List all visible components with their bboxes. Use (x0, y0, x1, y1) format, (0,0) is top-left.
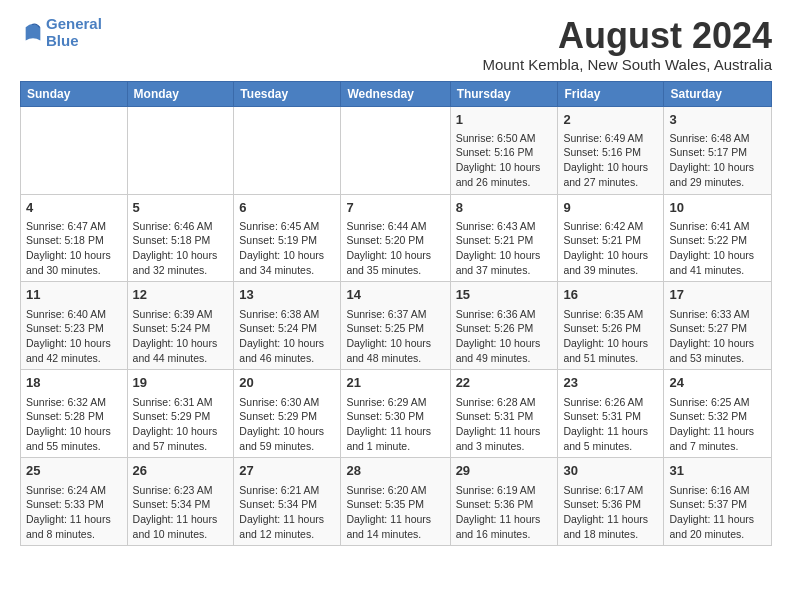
cell-text: and 16 minutes. (456, 527, 553, 542)
cell-text: Sunrise: 6:29 AM (346, 395, 444, 410)
day-number: 15 (456, 286, 553, 304)
calendar-cell: 13Sunrise: 6:38 AMSunset: 5:24 PMDayligh… (234, 282, 341, 370)
calendar-cell: 31Sunrise: 6:16 AMSunset: 5:37 PMDayligh… (664, 458, 772, 546)
cell-text: Sunrise: 6:24 AM (26, 483, 122, 498)
cell-text: and 10 minutes. (133, 527, 229, 542)
calendar-cell: 11Sunrise: 6:40 AMSunset: 5:23 PMDayligh… (21, 282, 128, 370)
calendar-cell: 8Sunrise: 6:43 AMSunset: 5:21 PMDaylight… (450, 194, 558, 282)
week-row-4: 18Sunrise: 6:32 AMSunset: 5:28 PMDayligh… (21, 370, 772, 458)
cell-text: Sunrise: 6:16 AM (669, 483, 766, 498)
cell-text: Sunrise: 6:25 AM (669, 395, 766, 410)
cell-text: Sunset: 5:33 PM (26, 497, 122, 512)
cell-text: Sunset: 5:31 PM (456, 409, 553, 424)
week-row-5: 25Sunrise: 6:24 AMSunset: 5:33 PMDayligh… (21, 458, 772, 546)
cell-text: Sunset: 5:22 PM (669, 233, 766, 248)
cell-text: and 51 minutes. (563, 351, 658, 366)
cell-text: and 18 minutes. (563, 527, 658, 542)
day-number: 17 (669, 286, 766, 304)
cell-text: Sunset: 5:18 PM (133, 233, 229, 248)
day-number: 10 (669, 199, 766, 217)
calendar-cell: 15Sunrise: 6:36 AMSunset: 5:26 PMDayligh… (450, 282, 558, 370)
title-block: August 2024 Mount Kembla, New South Wale… (482, 16, 772, 73)
week-row-1: 1Sunrise: 6:50 AMSunset: 5:16 PMDaylight… (21, 106, 772, 194)
cell-text: Daylight: 10 hours (669, 248, 766, 263)
cell-text: Daylight: 11 hours (26, 512, 122, 527)
calendar-cell: 4Sunrise: 6:47 AMSunset: 5:18 PMDaylight… (21, 194, 128, 282)
calendar-body: 1Sunrise: 6:50 AMSunset: 5:16 PMDaylight… (21, 106, 772, 546)
day-number: 31 (669, 462, 766, 480)
cell-text: Sunrise: 6:42 AM (563, 219, 658, 234)
calendar-header: SundayMondayTuesdayWednesdayThursdayFrid… (21, 81, 772, 106)
cell-text: Sunrise: 6:19 AM (456, 483, 553, 498)
calendar-cell: 6Sunrise: 6:45 AMSunset: 5:19 PMDaylight… (234, 194, 341, 282)
cell-text: Sunrise: 6:49 AM (563, 131, 658, 146)
day-number: 14 (346, 286, 444, 304)
day-number: 27 (239, 462, 335, 480)
calendar-cell (234, 106, 341, 194)
cell-text: and 35 minutes. (346, 263, 444, 278)
day-number: 23 (563, 374, 658, 392)
calendar-cell: 18Sunrise: 6:32 AMSunset: 5:28 PMDayligh… (21, 370, 128, 458)
calendar-cell: 26Sunrise: 6:23 AMSunset: 5:34 PMDayligh… (127, 458, 234, 546)
day-number: 2 (563, 111, 658, 129)
cell-text: Sunrise: 6:46 AM (133, 219, 229, 234)
cell-text: and 48 minutes. (346, 351, 444, 366)
cell-text: and 27 minutes. (563, 175, 658, 190)
cell-text: Daylight: 11 hours (563, 512, 658, 527)
cell-text: and 14 minutes. (346, 527, 444, 542)
cell-text: and 41 minutes. (669, 263, 766, 278)
cell-text: Daylight: 10 hours (669, 336, 766, 351)
cell-text: Daylight: 11 hours (669, 512, 766, 527)
cell-text: and 30 minutes. (26, 263, 122, 278)
calendar-cell: 30Sunrise: 6:17 AMSunset: 5:36 PMDayligh… (558, 458, 664, 546)
cell-text: Sunrise: 6:31 AM (133, 395, 229, 410)
cell-text: Sunset: 5:29 PM (239, 409, 335, 424)
cell-text: Sunrise: 6:23 AM (133, 483, 229, 498)
calendar-cell: 21Sunrise: 6:29 AMSunset: 5:30 PMDayligh… (341, 370, 450, 458)
cell-text: Sunrise: 6:36 AM (456, 307, 553, 322)
day-number: 26 (133, 462, 229, 480)
cell-text: Sunset: 5:35 PM (346, 497, 444, 512)
day-number: 11 (26, 286, 122, 304)
calendar-cell: 20Sunrise: 6:30 AMSunset: 5:29 PMDayligh… (234, 370, 341, 458)
cell-text: Sunset: 5:20 PM (346, 233, 444, 248)
day-number: 4 (26, 199, 122, 217)
cell-text: Sunrise: 6:17 AM (563, 483, 658, 498)
day-number: 3 (669, 111, 766, 129)
cell-text: and 12 minutes. (239, 527, 335, 542)
cell-text: Daylight: 10 hours (456, 160, 553, 175)
cell-text: Daylight: 11 hours (563, 424, 658, 439)
cell-text: and 53 minutes. (669, 351, 766, 366)
cell-text: Sunset: 5:26 PM (456, 321, 553, 336)
cell-text: and 29 minutes. (669, 175, 766, 190)
header-row: SundayMondayTuesdayWednesdayThursdayFrid… (21, 81, 772, 106)
calendar-cell (127, 106, 234, 194)
header-cell-tuesday: Tuesday (234, 81, 341, 106)
cell-text: Sunset: 5:21 PM (456, 233, 553, 248)
page-header: General Blue August 2024 Mount Kembla, N… (20, 16, 772, 73)
cell-text: Sunset: 5:34 PM (133, 497, 229, 512)
cell-text: Sunrise: 6:32 AM (26, 395, 122, 410)
cell-text: and 26 minutes. (456, 175, 553, 190)
cell-text: Sunrise: 6:44 AM (346, 219, 444, 234)
calendar-cell: 3Sunrise: 6:48 AMSunset: 5:17 PMDaylight… (664, 106, 772, 194)
cell-text: Daylight: 10 hours (133, 424, 229, 439)
cell-text: Sunrise: 6:41 AM (669, 219, 766, 234)
cell-text: Sunset: 5:34 PM (239, 497, 335, 512)
calendar-table: SundayMondayTuesdayWednesdayThursdayFrid… (20, 81, 772, 547)
day-number: 16 (563, 286, 658, 304)
cell-text: and 7 minutes. (669, 439, 766, 454)
page-title: August 2024 (482, 16, 772, 56)
cell-text: Sunset: 5:37 PM (669, 497, 766, 512)
cell-text: Sunrise: 6:38 AM (239, 307, 335, 322)
cell-text: Sunset: 5:16 PM (456, 145, 553, 160)
cell-text: and 20 minutes. (669, 527, 766, 542)
logo-text-general: General (46, 15, 102, 32)
cell-text: Sunrise: 6:47 AM (26, 219, 122, 234)
cell-text: and 46 minutes. (239, 351, 335, 366)
cell-text: Sunrise: 6:39 AM (133, 307, 229, 322)
header-cell-friday: Friday (558, 81, 664, 106)
header-cell-monday: Monday (127, 81, 234, 106)
calendar-cell: 9Sunrise: 6:42 AMSunset: 5:21 PMDaylight… (558, 194, 664, 282)
day-number: 5 (133, 199, 229, 217)
